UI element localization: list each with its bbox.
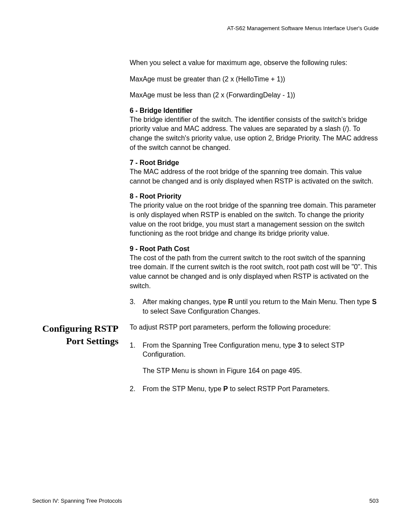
section2-step-2: 2. From the STP Menu, type P to select R… bbox=[130, 384, 379, 394]
step-text-pre: From the Spanning Tree Configuration men… bbox=[143, 342, 298, 349]
definition-6: 6 - Bridge Identifier The bridge identif… bbox=[130, 107, 379, 152]
definition-body: The priority value on the root bridge of… bbox=[130, 201, 379, 238]
rule-paragraph-2: MaxAge must be less than (2 x (Forwardin… bbox=[130, 90, 379, 100]
step-number: 2. bbox=[130, 384, 143, 394]
step-text-mid: until you return to the Main Menu. Then … bbox=[233, 298, 372, 305]
section2-intro: To adjust RSTP port parameters, perform … bbox=[130, 323, 379, 332]
step-text-pre: From the STP Menu, type bbox=[143, 385, 223, 392]
page-footer: Section IV: Spanning Tree Protocols 503 bbox=[32, 498, 379, 504]
section-heading-rstp-port: Configuring RSTP Port Settings bbox=[32, 323, 118, 347]
definition-9: 9 - Root Path Cost The cost of the path … bbox=[130, 245, 379, 290]
definition-body: The MAC address of the root bridge of th… bbox=[130, 167, 379, 186]
definition-7: 7 - Root Bridge The MAC address of the r… bbox=[130, 159, 379, 186]
page-header: AT-S62 Management Software Menus Interfa… bbox=[32, 25, 379, 31]
header-title: AT-S62 Management Software Menus Interfa… bbox=[227, 25, 379, 31]
step-text-post: to select RSTP Port Parameters. bbox=[228, 385, 330, 392]
definition-body: The cost of the path from the current sw… bbox=[130, 253, 379, 290]
step-3: 3. After making changes, type R until yo… bbox=[130, 297, 379, 316]
intro-paragraph-1: When you select a value for maximum age,… bbox=[130, 58, 379, 68]
definition-heading: 8 - Root Priority bbox=[130, 193, 379, 200]
footer-section: Section IV: Spanning Tree Protocols bbox=[32, 498, 122, 504]
step-text-key-r: R bbox=[228, 298, 233, 305]
definition-heading: 6 - Bridge Identifier bbox=[130, 107, 379, 115]
definition-heading: 7 - Root Bridge bbox=[130, 159, 379, 167]
section2-step-1: 1. From the Spanning Tree Configuration … bbox=[130, 341, 379, 359]
step-number: 3. bbox=[130, 297, 143, 316]
step-text-pre: After making changes, type bbox=[143, 298, 228, 305]
definition-heading: 9 - Root Path Cost bbox=[130, 245, 379, 253]
rule-paragraph-1: MaxAge must be greater than (2 x (HelloT… bbox=[130, 75, 379, 84]
step-text: From the Spanning Tree Configuration men… bbox=[143, 341, 379, 359]
sidebar-column-2: Configuring RSTP Port Settings bbox=[32, 323, 118, 400]
step-text-key-3: 3 bbox=[298, 342, 302, 349]
definition-8: 8 - Root Priority The priority value on … bbox=[130, 193, 379, 238]
main-column-section2: To adjust RSTP port parameters, perform … bbox=[130, 323, 379, 400]
step-text-post: to select Save Configuration Changes. bbox=[143, 308, 260, 315]
step-text: From the STP Menu, type P to select RSTP… bbox=[143, 384, 379, 394]
sidebar-column bbox=[32, 58, 118, 323]
section2-note: The STP Menu is shown in Figure 164 on p… bbox=[143, 366, 379, 376]
step-number: 1. bbox=[130, 341, 143, 359]
footer-page-number: 503 bbox=[369, 498, 379, 504]
step-text: After making changes, type R until you r… bbox=[143, 297, 379, 316]
step-text-key-s: S bbox=[372, 298, 377, 305]
main-column-top: When you select a value for maximum age,… bbox=[130, 58, 379, 323]
definition-body: The bridge identifier of the switch. The… bbox=[130, 115, 379, 152]
step-text-key-p: P bbox=[223, 385, 228, 392]
